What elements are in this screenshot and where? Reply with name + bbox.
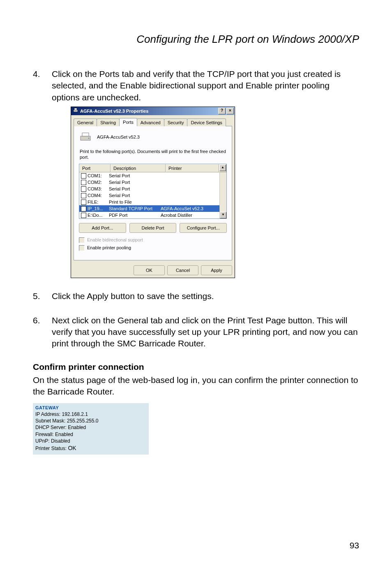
gateway-heading: GATEWAY — [35, 405, 146, 411]
table-header: Port Description Printer ▲ — [79, 164, 226, 173]
tab-advanced[interactable]: Advanced — [137, 118, 164, 126]
section-paragraph: On the status page of the web-based log … — [33, 374, 359, 398]
step-5: 5. Click the Apply button to save the se… — [33, 290, 359, 302]
help-button[interactable]: ? — [218, 108, 226, 114]
printer-name: AGFA-AccuSet v52.3 — [97, 134, 140, 140]
tab-strip: General Sharing Ports Advanced Security … — [71, 115, 235, 126]
port-checkbox[interactable] — [81, 193, 86, 198]
table-row-selected[interactable]: ✓IP_19... Standard TCP/IP Port AGFA-Accu… — [79, 205, 226, 212]
bidi-checkbox[interactable] — [79, 237, 85, 243]
table-row[interactable]: COM4: Serial Port — [79, 192, 226, 199]
printer-icon — [79, 131, 92, 143]
table-row[interactable]: COM2: Serial Port — [79, 179, 226, 186]
pooling-label: Enable printer pooling — [87, 245, 131, 251]
table-row[interactable]: COM1: Serial Port — [79, 172, 226, 179]
col-port[interactable]: Port — [79, 164, 111, 173]
document-page: Configuring the LPR port on Windows 2000… — [0, 0, 392, 571]
table-body: COM1: Serial Port COM2: Serial Port COM3… — [79, 172, 226, 218]
tab-body: AGFA-AccuSet v52.3 Print to the followin… — [74, 126, 232, 260]
step-text: Click on the Ports tab and verify that t… — [52, 69, 341, 102]
configure-port-button[interactable]: Configure Port... — [180, 223, 227, 233]
status-firewall: Firewall: Enabled — [35, 431, 146, 438]
tab-device-settings[interactable]: Device Settings — [187, 118, 226, 126]
ports-table: Port Description Printer ▲ COM1: Serial … — [79, 164, 227, 219]
port-checkbox[interactable] — [81, 186, 86, 192]
svg-rect-0 — [74, 110, 78, 112]
printer-header: AGFA-AccuSet v52.3 — [79, 131, 227, 143]
gateway-status-box: GATEWAY IP Address: 192.168.2.1 Subnet M… — [33, 403, 149, 455]
status-mask: Subnet Mask: 255.255.255.0 — [35, 418, 146, 424]
apply-button[interactable]: Apply — [201, 265, 232, 275]
ok-button[interactable]: OK — [134, 265, 165, 275]
cancel-button[interactable]: Cancel — [167, 265, 198, 275]
port-checkbox[interactable] — [81, 180, 86, 185]
step-number: 4. — [33, 68, 40, 80]
section-title: Confirm printer connection — [33, 362, 359, 372]
step-4: 4. Click on the Ports tab and verify tha… — [33, 68, 359, 278]
close-button[interactable]: × — [226, 108, 234, 114]
page-number: 93 — [350, 541, 359, 550]
step-text: Next click on the General tab and click … — [52, 316, 358, 348]
titlebar: AGFA-AccuSet v52.3 Properties ? × — [71, 107, 235, 115]
bidi-label: Enable bidirectional support — [87, 237, 143, 243]
table-row[interactable]: COM3: Serial Port — [79, 186, 226, 192]
scroll-up-button[interactable]: ▲ — [219, 164, 226, 173]
step-text: Click the Apply button to save the setti… — [52, 291, 214, 301]
svg-point-4 — [88, 138, 90, 139]
tab-ports[interactable]: Ports — [119, 118, 137, 126]
svg-rect-1 — [74, 108, 77, 110]
tab-general[interactable]: General — [74, 118, 97, 126]
scroll-down-button[interactable]: ▼ — [220, 212, 226, 218]
dialog-footer: OK Cancel Apply — [71, 263, 235, 278]
status-ip: IP Address: 192.168.2.1 — [35, 411, 146, 418]
table-row[interactable]: E:\Do... PDF Port Acrobat Distiller — [79, 212, 226, 218]
table-row[interactable]: FILE: Print to File — [79, 199, 226, 205]
col-printer[interactable]: Printer — [166, 164, 219, 173]
port-checkbox[interactable] — [81, 200, 86, 205]
col-description[interactable]: Description — [111, 164, 166, 173]
bidi-checkbox-row: Enable bidirectional support — [79, 237, 227, 243]
step-number: 5. — [33, 290, 40, 302]
instruction-list: 4. Click on the Ports tab and verify tha… — [33, 68, 359, 350]
status-upnp: UPnP: Disabled — [35, 438, 146, 444]
pooling-checkbox-row: Enable printer pooling — [79, 245, 227, 251]
tab-sharing[interactable]: Sharing — [97, 118, 120, 126]
add-port-button[interactable]: Add Port... — [79, 223, 126, 233]
port-checkbox[interactable] — [81, 213, 86, 218]
status-dhcp: DHCP Server: Enabled — [35, 424, 146, 431]
dialog-title: AGFA-AccuSet v52.3 Properties — [80, 108, 148, 114]
step-number: 6. — [33, 315, 40, 326]
svg-rect-3 — [82, 133, 89, 136]
port-checkbox[interactable] — [81, 173, 86, 179]
printer-mini-icon — [73, 107, 78, 115]
port-checkbox[interactable]: ✓ — [81, 206, 86, 211]
tab-security[interactable]: Security — [164, 118, 188, 126]
instruction-text: Print to the following port(s). Document… — [80, 149, 226, 160]
port-buttons: Add Port... Delete Port Configure Port..… — [79, 223, 227, 233]
page-heading: Configuring the LPR port on Windows 2000… — [33, 33, 359, 46]
properties-dialog: AGFA-AccuSet v52.3 Properties ? × Genera… — [71, 107, 235, 278]
pooling-checkbox[interactable] — [79, 245, 85, 251]
scrollbar[interactable]: ▼ — [219, 172, 226, 218]
status-printer: Printer Status: OK — [35, 444, 146, 452]
step-6: 6. Next click on the General tab and cli… — [33, 315, 359, 350]
delete-port-button[interactable]: Delete Port — [129, 223, 177, 233]
